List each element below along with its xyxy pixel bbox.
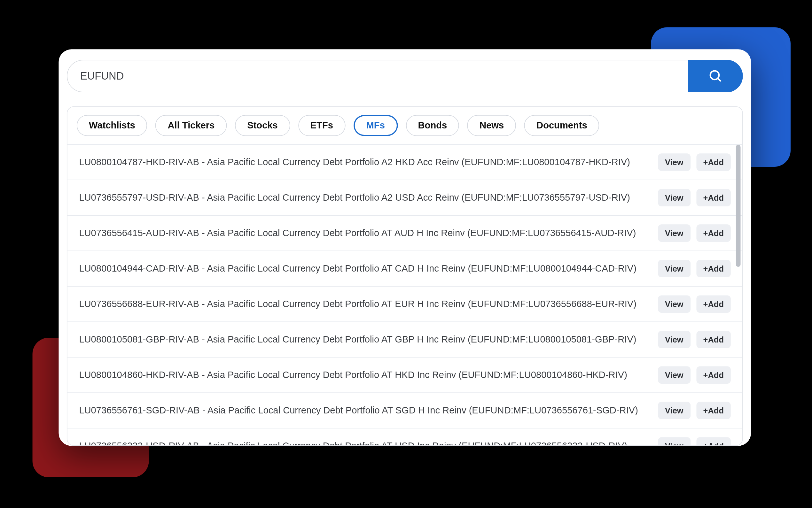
search-input[interactable] [67,60,688,92]
result-row: LU0736556332-USD-RIV-AB - Asia Pacific L… [68,428,742,446]
result-label: LU0736556332-USD-RIV-AB - Asia Pacific L… [79,440,658,446]
filter-tabs: WatchlistsAll TickersStocksETFsMFsBondsN… [68,107,742,145]
search-panel: WatchlistsAll TickersStocksETFsMFsBondsN… [58,49,751,446]
tab-label: Stocks [247,120,278,131]
tab-label: Bonds [418,120,447,131]
scrollbar[interactable] [736,145,741,267]
row-actions: View+Add [658,224,731,242]
tab-news[interactable]: News [468,115,516,136]
result-label: LU0800104787-HKD-RIV-AB - Asia Pacific L… [79,157,658,167]
results-list: LU0800104787-HKD-RIV-AB - Asia Pacific L… [68,145,742,446]
add-button[interactable]: +Add [696,401,730,419]
view-button[interactable]: View [658,189,690,206]
row-actions: View+Add [658,331,731,348]
result-label: LU0736556688-EUR-RIV-AB - Asia Pacific L… [79,299,658,309]
tab-label: News [480,120,504,131]
tab-watchlists[interactable]: Watchlists [77,115,147,136]
result-row: LU0736556761-SGD-RIV-AB - Asia Pacific L… [68,393,742,428]
tab-bonds[interactable]: Bonds [406,115,459,136]
tab-label: All Tickers [168,120,215,131]
view-button[interactable]: View [658,331,690,348]
tab-label: MFs [366,120,385,131]
result-label: LU0736556761-SGD-RIV-AB - Asia Pacific L… [79,405,658,416]
view-button[interactable]: View [658,153,690,171]
result-row: LU0800104860-HKD-RIV-AB - Asia Pacific L… [68,357,742,393]
tab-label: ETFs [311,120,333,131]
result-row: LU0800104944-CAD-RIV-AB - Asia Pacific L… [68,251,742,287]
search-button[interactable] [688,60,743,92]
results-container: WatchlistsAll TickersStocksETFsMFsBondsN… [67,107,743,446]
row-actions: View+Add [658,260,731,277]
add-button[interactable]: +Add [696,153,730,171]
svg-line-1 [718,78,721,81]
add-button[interactable]: +Add [696,366,730,384]
result-row: LU0800105081-GBP-RIV-AB - Asia Pacific L… [68,322,742,357]
result-row: LU0736556415-AUD-RIV-AB - Asia Pacific L… [68,216,742,251]
row-actions: View+Add [658,366,731,384]
add-button[interactable]: +Add [696,295,730,313]
view-button[interactable]: View [658,437,690,445]
result-label: LU0800104944-CAD-RIV-AB - Asia Pacific L… [79,263,658,274]
row-actions: View+Add [658,189,731,206]
add-button[interactable]: +Add [696,437,730,445]
view-button[interactable]: View [658,260,690,277]
result-row: LU0800104787-HKD-RIV-AB - Asia Pacific L… [68,145,742,180]
svg-point-0 [710,71,719,80]
result-label: LU0736555797-USD-RIV-AB - Asia Pacific L… [79,192,658,203]
view-button[interactable]: View [658,224,690,242]
search-bar [67,60,743,92]
result-label: LU0800104860-HKD-RIV-AB - Asia Pacific L… [79,370,658,380]
result-label: LU0736556415-AUD-RIV-AB - Asia Pacific L… [79,228,658,238]
add-button[interactable]: +Add [696,260,730,277]
add-button[interactable]: +Add [696,331,730,348]
row-actions: View+Add [658,295,731,313]
tab-label: Watchlists [89,120,135,131]
tab-all-tickers[interactable]: All Tickers [155,115,227,136]
add-button[interactable]: +Add [696,224,730,242]
tab-mfs[interactable]: MFs [354,115,398,136]
row-actions: View+Add [658,437,731,445]
add-button[interactable]: +Add [696,189,730,206]
view-button[interactable]: View [658,295,690,313]
row-actions: View+Add [658,401,731,419]
result-row: LU0736556688-EUR-RIV-AB - Asia Pacific L… [68,287,742,322]
view-button[interactable]: View [658,366,690,384]
result-label: LU0800105081-GBP-RIV-AB - Asia Pacific L… [79,334,658,345]
tab-documents[interactable]: Documents [524,115,599,136]
result-row: LU0736555797-USD-RIV-AB - Asia Pacific L… [68,180,742,216]
view-button[interactable]: View [658,401,690,419]
tab-label: Documents [536,120,587,131]
row-actions: View+Add [658,153,731,171]
search-icon [708,69,723,83]
tab-stocks[interactable]: Stocks [235,115,290,136]
tab-etfs[interactable]: ETFs [298,115,345,136]
